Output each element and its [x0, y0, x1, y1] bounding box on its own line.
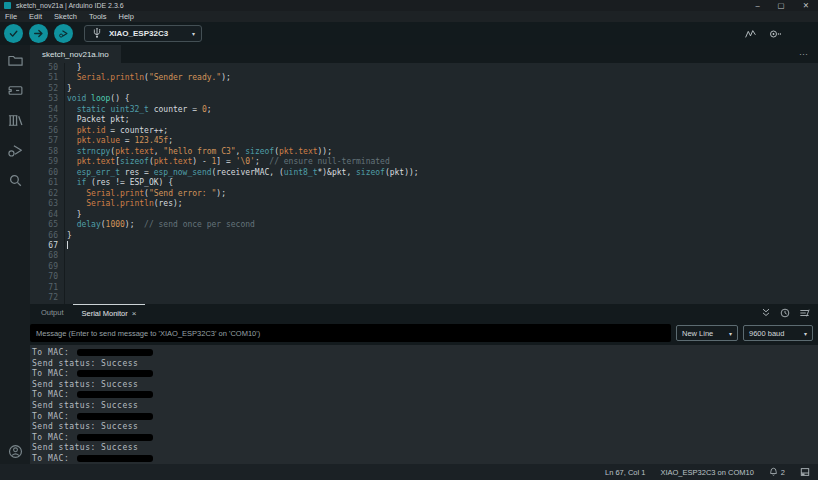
code-token: ;	[168, 136, 173, 145]
debugger-icon[interactable]	[7, 142, 24, 159]
line-code: Serial.println(res);	[64, 199, 818, 209]
timestamp-toggle-icon[interactable]	[780, 308, 790, 318]
serial-output[interactable]: To MAC: Send status: SuccessTo MAC: Send…	[30, 345, 818, 464]
window-layout-icon[interactable]	[800, 467, 810, 477]
redacted-mac-address	[77, 349, 153, 356]
code-token: Packet pkt;	[67, 115, 130, 124]
code-token: // send once per second	[144, 220, 255, 229]
line-number: 70	[30, 272, 58, 282]
toolbar: XIAO_ESP32C3 ▾	[0, 22, 818, 45]
close-tab-icon[interactable]: ×	[132, 309, 137, 318]
editor-line: 64 }	[30, 210, 818, 220]
line-number: 59	[30, 157, 58, 167]
code-token: loop	[91, 94, 110, 103]
serial-output-text: To MAC:	[32, 390, 75, 399]
board-port-status[interactable]: XIAO_ESP32C3 on COM10	[660, 468, 753, 477]
code-token	[67, 73, 77, 82]
chevron-down-icon: ▾	[192, 30, 195, 37]
code-token: (res != ESP_OK) {	[86, 178, 173, 187]
collapse-panel-icon[interactable]	[761, 308, 771, 317]
code-token: }	[67, 63, 81, 72]
account-icon[interactable]	[7, 443, 24, 460]
line-code	[64, 272, 818, 282]
menu-item-edit[interactable]: Edit	[29, 12, 42, 21]
editor-line: 72	[30, 293, 818, 303]
editor-line: 50 }	[30, 63, 818, 73]
editor-line: 69	[30, 262, 818, 272]
sketchbook-folder-icon[interactable]	[7, 52, 24, 69]
code-token	[67, 189, 86, 198]
minimize-button[interactable]: –	[755, 0, 759, 11]
code-token: );	[125, 220, 144, 229]
upload-button[interactable]	[29, 24, 48, 43]
line-code: pkt.text[sizeof(pkt.text) - 1] = '\0'; /…	[64, 157, 818, 167]
code-token: = counter++;	[106, 126, 169, 135]
line-code: }	[64, 84, 818, 94]
line-number: 67	[30, 241, 58, 251]
code-token: ,	[236, 147, 246, 156]
code-editor[interactable]: 50 }51 Serial.println("Sender ready.");5…	[30, 63, 818, 304]
editor-line: 57 pkt.value = 123.45f;	[30, 136, 818, 146]
line-code: void loop() {	[64, 94, 818, 104]
serial-monitor-icon[interactable]	[768, 28, 782, 40]
code-token: ,	[154, 147, 164, 156]
search-icon[interactable]	[7, 172, 24, 189]
menu-item-file[interactable]: File	[5, 12, 17, 21]
notification-count: 2	[781, 468, 785, 477]
menu-item-help[interactable]: Help	[118, 12, 133, 21]
code-token: ));	[318, 147, 332, 156]
code-token: uint32_t	[110, 105, 149, 114]
code-token: sizeof	[245, 147, 274, 156]
editor-line: 52}	[30, 84, 818, 94]
line-number: 68	[30, 251, 58, 261]
serial-plotter-icon[interactable]	[744, 28, 757, 40]
notifications[interactable]: 2	[769, 467, 785, 477]
clear-output-icon[interactable]	[799, 308, 810, 318]
line-number: 50	[30, 63, 58, 73]
code-token: () {	[110, 94, 129, 103]
serial-output-row: Send status: Success	[32, 401, 818, 412]
tab-serial-monitor[interactable]: Serial Monitor ×	[73, 304, 146, 321]
boards-manager-icon[interactable]	[7, 82, 24, 99]
redacted-mac-address	[77, 413, 153, 420]
verify-button[interactable]	[4, 24, 23, 43]
code-token: // ensure null-terminated	[269, 157, 389, 166]
editor-line: 54 static uint32_t counter = 0;	[30, 105, 818, 115]
line-number: 58	[30, 147, 58, 157]
library-manager-icon[interactable]	[7, 112, 24, 129]
code-token	[67, 126, 77, 135]
code-token: =	[120, 136, 134, 145]
code-token: res =	[120, 168, 154, 177]
editor-tab-label: sketch_nov21a.ino	[42, 50, 109, 59]
close-button[interactable]: ✕	[803, 0, 809, 11]
editor-line: 68	[30, 251, 818, 261]
line-number: 57	[30, 136, 58, 146]
baud-rate-select[interactable]: 9600 baud ▾	[743, 325, 813, 341]
line-code: pkt.value = 123.45f;	[64, 136, 818, 146]
line-ending-select[interactable]: New Line ▾	[676, 325, 738, 341]
debug-button[interactable]	[54, 24, 73, 43]
redacted-mac-address	[77, 455, 153, 462]
arduino-app-icon	[4, 2, 11, 9]
line-number: 56	[30, 126, 58, 136]
board-selector[interactable]: XIAO_ESP32C3 ▾	[84, 25, 202, 42]
line-number: 71	[30, 283, 58, 293]
editor-line: 60 esp_err_t res = esp_now_send(receiver…	[30, 168, 818, 178]
code-token	[67, 147, 77, 156]
serial-output-row: Send status: Success	[32, 443, 818, 454]
code-token: "Send error: "	[149, 189, 216, 198]
serial-output-row: Send status: Success	[32, 422, 818, 433]
line-code: strncpy(pkt.text, "hello from C3", sizeo…	[64, 147, 818, 157]
line-number: 60	[30, 168, 58, 178]
maximize-button[interactable]: ▢	[778, 0, 785, 11]
menu-item-sketch[interactable]: Sketch	[54, 12, 77, 21]
tab-output[interactable]: Output	[32, 304, 73, 321]
menu-item-tools[interactable]: Tools	[89, 12, 107, 21]
tab-sketch-nov21a-ino[interactable]: sketch_nov21a.ino	[30, 45, 121, 63]
tab-overflow-menu[interactable]: ···	[799, 45, 818, 63]
serial-output-text: Send status: Success	[32, 422, 138, 431]
serial-message-input[interactable]: Message (Enter to send message to 'XIAO_…	[30, 324, 671, 342]
code-token	[67, 105, 77, 114]
code-token: Serial.print	[86, 189, 144, 198]
serial-output-text: To MAC:	[32, 412, 75, 421]
